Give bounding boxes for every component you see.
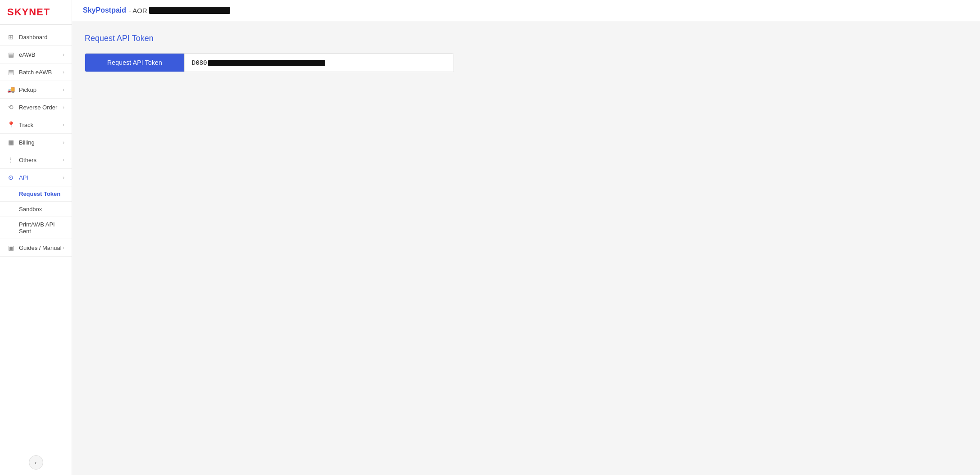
billing-chevron: › <box>63 140 64 145</box>
track-icon: 📍 <box>7 121 14 128</box>
topbar-subtitle: - AOR <box>129 7 147 14</box>
guides-icon: ▣ <box>7 244 14 251</box>
eawb-icon: ▤ <box>7 51 14 58</box>
sidebar: SKYNET ⊞ Dashboard ▤ eAWB › ▤ Batch eAWB… <box>0 0 72 475</box>
guides-chevron: › <box>63 245 64 250</box>
topbar-redacted <box>149 7 230 14</box>
sidebar-collapse-button[interactable]: ‹ <box>29 455 43 470</box>
billing-icon: ▦ <box>7 139 14 146</box>
sidebar-subitem-sandbox[interactable]: Sandbox <box>0 202 72 217</box>
reverse-order-chevron: › <box>63 104 64 110</box>
sidebar-item-reverse-order[interactable]: ⟲ Reverse Order › <box>0 99 72 116</box>
eawb-chevron: › <box>63 52 64 57</box>
sidebar-label-api: API <box>19 174 28 181</box>
api-chevron: › <box>63 175 64 180</box>
sidebar-label-billing: Billing <box>19 139 35 146</box>
sidebar-label-batch-eawb: Batch eAWB <box>19 69 52 76</box>
dashboard-icon: ⊞ <box>7 33 14 41</box>
token-row: Request API Token D080 <box>85 53 454 72</box>
topbar: SkyPostpaid - AOR <box>72 0 980 21</box>
sidebar-label-dashboard: Dashboard <box>19 34 48 41</box>
sidebar-label-pickup: Pickup <box>19 86 36 93</box>
sidebar-nav: ⊞ Dashboard ▤ eAWB › ▤ Batch eAWB › 🚚 Pi… <box>0 25 72 450</box>
sidebar-subitem-request-token[interactable]: Request Token <box>0 186 72 202</box>
batch-eawb-icon: ▤ <box>7 68 14 76</box>
pickup-icon: 🚚 <box>7 86 14 93</box>
track-chevron: › <box>63 122 64 127</box>
sidebar-item-dashboard[interactable]: ⊞ Dashboard <box>0 28 72 46</box>
sidebar-footer: ‹ <box>0 450 72 475</box>
batch-eawb-chevron: › <box>63 69 64 75</box>
sidebar-item-others[interactable]: ⋮ Others › <box>0 151 72 169</box>
logo-text: SKYNET <box>7 6 64 18</box>
token-value-display: D080 <box>184 54 454 72</box>
logo: SKYNET <box>0 0 72 25</box>
sidebar-item-batch-eawb[interactable]: ▤ Batch eAWB › <box>0 63 72 81</box>
token-redacted <box>208 60 325 66</box>
main-area: SkyPostpaid - AOR Request API Token Requ… <box>72 0 980 475</box>
page-title: Request API Token <box>85 34 967 43</box>
sidebar-item-api[interactable]: ⊙ API › <box>0 169 72 186</box>
topbar-brand: SkyPostpaid <box>83 6 126 14</box>
sidebar-item-track[interactable]: 📍 Track › <box>0 116 72 134</box>
request-api-token-button[interactable]: Request API Token <box>85 54 184 72</box>
token-prefix: D080 <box>192 59 207 66</box>
api-submenu: Request Token Sandbox PrintAWB API Sent <box>0 186 72 239</box>
sidebar-item-eawb[interactable]: ▤ eAWB › <box>0 46 72 63</box>
api-icon: ⊙ <box>7 174 14 181</box>
sidebar-label-track: Track <box>19 122 33 128</box>
sidebar-label-reverse-order: Reverse Order <box>19 104 57 111</box>
sidebar-subitem-print-awb-api[interactable]: PrintAWB API Sent <box>0 217 72 239</box>
others-chevron: › <box>63 157 64 163</box>
sidebar-label-others: Others <box>19 157 36 163</box>
pickup-chevron: › <box>63 87 64 92</box>
sidebar-label-eawb: eAWB <box>19 51 35 58</box>
sidebar-label-guides: Guides / Manual <box>19 244 62 251</box>
content-area: Request API Token Request API Token D080 <box>72 21 980 475</box>
reverse-order-icon: ⟲ <box>7 104 14 111</box>
others-icon: ⋮ <box>7 156 14 163</box>
sidebar-item-billing[interactable]: ▦ Billing › <box>0 134 72 151</box>
sidebar-item-guides[interactable]: ▣ Guides / Manual › <box>0 239 72 257</box>
sidebar-item-pickup[interactable]: 🚚 Pickup › <box>0 81 72 99</box>
